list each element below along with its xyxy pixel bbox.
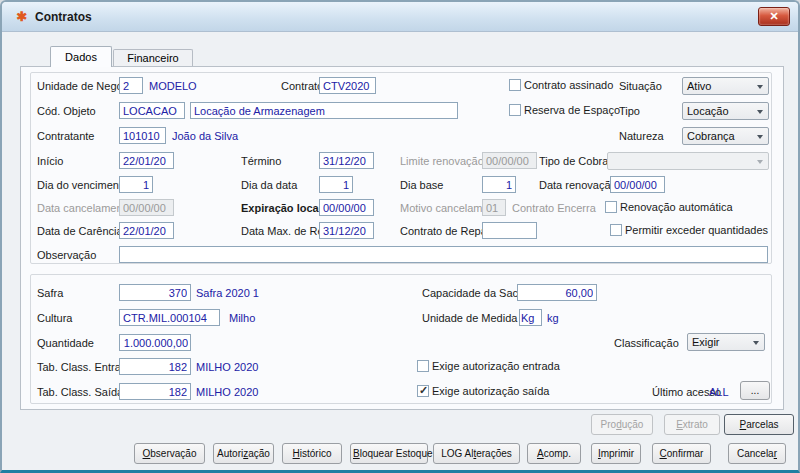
checkbox-box xyxy=(417,360,429,372)
unidade-medida-label: Unidade de Medida xyxy=(422,312,517,325)
autorizacao-button[interactable]: Autorização xyxy=(213,443,274,464)
dia-base-input[interactable] xyxy=(482,176,516,193)
cultura-label: Cultura xyxy=(37,312,72,325)
tab-class-entrada-input[interactable] xyxy=(119,358,191,375)
data-max-retirada-input[interactable] xyxy=(319,222,374,239)
capacidade-saca-label: Capacidade da Saca xyxy=(422,287,524,300)
contrato-repasse-input[interactable] xyxy=(482,222,537,239)
expiracao-locacao-input[interactable] xyxy=(319,199,374,216)
natureza-label: Natureza xyxy=(619,130,664,143)
classificacao-label: Classificação xyxy=(614,337,679,350)
tab-class-saida-desc: MILHO 2020 xyxy=(196,386,258,399)
quantidade-input[interactable] xyxy=(119,334,191,351)
data-renovacao-label: Data renovação xyxy=(539,179,617,192)
dia-vencimento-label: Dia do vencimento xyxy=(37,179,128,192)
quantidade-label: Quantidade xyxy=(37,337,94,350)
tab-class-entrada-desc: MILHO 2020 xyxy=(196,361,258,374)
checkbox-box xyxy=(605,201,617,213)
situacao-select[interactable]: Ativo xyxy=(682,77,769,95)
exige-autorizacao-entrada-checkbox[interactable]: Exige autorização entrada xyxy=(417,360,577,373)
titlebar: ✱ Contratos ✕ xyxy=(2,2,798,32)
bloquear-estoque-button[interactable]: Bloquear Estoque xyxy=(350,443,428,464)
chevron-down-icon xyxy=(757,135,763,139)
checkbox-box xyxy=(610,224,622,236)
ultimo-acesso-value: ALL xyxy=(709,386,729,399)
chevron-down-icon xyxy=(753,341,759,345)
permitir-exceder-checkbox[interactable]: Permitir exceder quantidades xyxy=(610,224,770,237)
limite-renovacao-label: Limite renovação xyxy=(400,155,484,168)
confirmar-button[interactable]: Confirmar xyxy=(652,443,711,464)
safra-label: Safra xyxy=(37,287,63,300)
observacao-input[interactable] xyxy=(119,246,768,263)
motivo-cancelamento-desc: Contrato Encerra xyxy=(512,202,600,215)
observacao-button[interactable]: Observação xyxy=(134,443,205,464)
close-button[interactable]: ✕ xyxy=(758,7,790,26)
producao-button: Produção xyxy=(591,414,653,435)
acomp-button[interactable]: Acomp. xyxy=(527,443,581,464)
tab-dados[interactable]: Dados xyxy=(50,46,112,67)
unidade-negocio-input[interactable] xyxy=(119,77,143,94)
log-alteracoes-button[interactable]: LOG Alterações xyxy=(433,443,520,464)
data-carencia-label: Data de Carência xyxy=(37,225,123,238)
tipo-select[interactable]: Locação xyxy=(682,102,769,120)
contrato-input[interactable] xyxy=(319,77,376,94)
termino-input[interactable] xyxy=(319,152,374,169)
contratante-input[interactable] xyxy=(119,127,166,144)
cultura-input[interactable] xyxy=(119,309,220,326)
contrato-label: Contrato xyxy=(281,80,323,93)
limite-renovacao-input xyxy=(482,152,537,169)
checkbox-box xyxy=(509,79,521,91)
contratos-window: ✱ Contratos ✕ Dados Financeiro Unidade d… xyxy=(0,0,800,473)
termino-label: Término xyxy=(241,155,281,168)
safra-input[interactable] xyxy=(119,284,191,301)
observacao-label: Observação xyxy=(37,249,96,262)
contratante-label: Contratante xyxy=(37,130,94,143)
exige-autorizacao-saida-checkbox[interactable]: ✓ Exige autorização saída xyxy=(417,385,577,398)
cod-objeto-label: Cód. Objeto xyxy=(37,105,96,118)
data-cancelamento-label: Data cancelamento xyxy=(37,202,132,215)
data-carencia-input[interactable] xyxy=(119,222,174,239)
chevron-down-icon xyxy=(757,85,763,89)
safra-desc: Safra 2020 1 xyxy=(196,287,259,300)
tipo-label: Tipo xyxy=(619,105,640,118)
dia-data-input[interactable] xyxy=(319,176,353,193)
dia-data-label: Dia da data xyxy=(241,179,297,192)
close-icon: ✕ xyxy=(769,10,778,22)
window-title: Contratos xyxy=(35,10,92,24)
tab-class-saida-input[interactable] xyxy=(119,383,191,400)
ultimo-acesso-browse-button[interactable]: ... xyxy=(740,381,770,400)
tab-class-saida-label: Tab. Class. Saída xyxy=(37,386,123,399)
data-renovacao-input[interactable] xyxy=(610,176,665,193)
unidade-negocio-desc: MODELO xyxy=(149,80,197,93)
historico-button[interactable]: Histórico xyxy=(282,443,342,464)
app-icon: ✱ xyxy=(14,9,30,25)
situacao-label: Situação xyxy=(619,80,662,93)
natureza-select[interactable]: Cobrança xyxy=(682,127,769,145)
cod-objeto-desc-input[interactable] xyxy=(190,102,458,119)
inicio-input[interactable] xyxy=(119,152,174,169)
contratante-desc: João da Silva xyxy=(172,130,238,143)
unidade-medida-input[interactable] xyxy=(519,309,542,326)
unidade-medida-desc: kg xyxy=(547,312,559,325)
tab-financeiro[interactable]: Financeiro xyxy=(113,49,193,67)
motivo-cancelamento-input xyxy=(482,199,506,216)
reserva-espaco-checkbox[interactable]: Reserva de Espaço xyxy=(509,104,629,117)
tipo-cobranca-select xyxy=(607,152,769,170)
cod-objeto-input[interactable] xyxy=(119,102,185,119)
dia-base-label: Dia base xyxy=(400,179,443,192)
cancelar-button[interactable]: Cancelar xyxy=(728,443,786,464)
contrato-assinado-checkbox[interactable]: Contrato assinado xyxy=(509,79,629,92)
classificacao-select[interactable]: Exigir xyxy=(687,333,765,351)
checkbox-box xyxy=(509,104,521,116)
capacidade-saca-input[interactable] xyxy=(517,284,597,301)
renovacao-automatica-checkbox[interactable]: Renovação automática xyxy=(605,201,745,214)
imprimir-button[interactable]: Imprimir xyxy=(591,443,641,464)
chevron-down-icon xyxy=(757,110,763,114)
checkbox-box: ✓ xyxy=(417,385,429,397)
data-cancelamento-input xyxy=(119,199,174,216)
check-icon: ✓ xyxy=(419,384,428,397)
inicio-label: Início xyxy=(37,155,63,168)
cultura-desc: Milho xyxy=(229,312,255,325)
parcelas-button[interactable]: Parcelas xyxy=(724,414,794,435)
dia-vencimento-input[interactable] xyxy=(119,176,153,193)
